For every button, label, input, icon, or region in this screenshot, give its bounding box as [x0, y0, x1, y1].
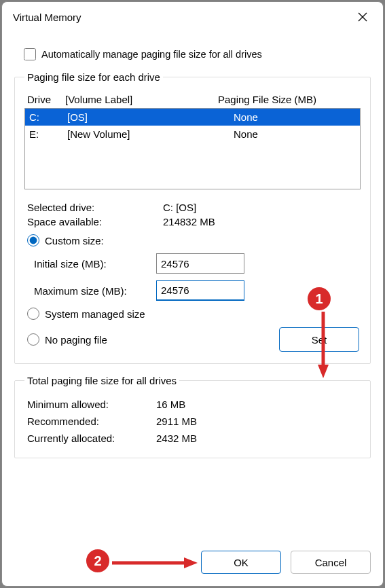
min-allowed-label: Minimum allowed: [27, 399, 156, 410]
auto-manage-checkbox[interactable] [24, 48, 36, 60]
total-paging-group: Total paging file size for all drives Mi… [14, 375, 371, 458]
currently-allocated-label: Currently allocated: [27, 433, 156, 444]
titlebar: Virtual Memory [2, 2, 383, 32]
drive-letter: E: [29, 128, 67, 140]
header-volume: [Volume Label] [65, 94, 218, 105]
paging-file-per-drive-group: Paging file size for each drive Drive [V… [14, 71, 371, 364]
drive-size: None [234, 111, 356, 123]
maximum-size-label: Maximum size (MB): [34, 285, 156, 297]
recommended-label: Recommended: [27, 416, 156, 427]
initial-size-input[interactable] [156, 253, 244, 274]
drive-list-header: Drive [Volume Label] Paging File Size (M… [27, 94, 361, 105]
ok-button[interactable]: OK [201, 551, 281, 574]
close-button[interactable] [349, 5, 376, 29]
group1-legend: Paging file size for each drive [24, 71, 163, 83]
virtual-memory-dialog: Virtual Memory Automatically manage pagi… [1, 1, 384, 587]
system-managed-label: System managed size [45, 308, 145, 320]
header-drive: Drive [27, 94, 65, 105]
no-paging-radio[interactable] [27, 333, 39, 346]
maximum-size-input[interactable] [156, 280, 244, 301]
selected-drive-value: C: [OS] [163, 202, 196, 213]
currently-allocated-value: 2432 MB [156, 433, 197, 444]
set-button[interactable]: Set [279, 327, 359, 352]
cancel-button[interactable]: Cancel [291, 551, 371, 574]
drive-row-e[interactable]: E: [New Volume] None [25, 126, 360, 143]
min-allowed-value: 16 MB [156, 399, 185, 410]
selected-drive-label: Selected drive: [27, 202, 163, 213]
custom-size-radio[interactable] [27, 234, 39, 246]
recommended-value: 2911 MB [156, 416, 197, 427]
auto-manage-label: Automatically manage paging file size fo… [41, 49, 262, 60]
annotation-callout-2: 2 [85, 548, 111, 574]
drive-list[interactable]: C: [OS] None E: [New Volume] None [24, 108, 361, 189]
initial-size-label: Initial size (MB): [34, 258, 156, 270]
drive-row-c[interactable]: C: [OS] None [25, 109, 360, 126]
annotation-callout-1: 1 [306, 286, 332, 312]
drive-volume: [OS] [67, 111, 234, 123]
custom-size-label: Custom size: [45, 235, 104, 246]
group2-legend: Total paging file size for all drives [24, 375, 179, 386]
drive-size: None [234, 128, 356, 140]
no-paging-label: No paging file [45, 334, 107, 346]
space-available-value: 214832 MB [163, 216, 215, 227]
drive-letter: C: [29, 111, 67, 123]
header-size: Paging File Size (MB) [218, 94, 361, 105]
drive-volume: [New Volume] [67, 128, 234, 140]
dialog-title: Virtual Memory [13, 12, 349, 23]
close-icon [358, 12, 367, 22]
annotation-arrow-2 [112, 556, 200, 572]
space-available-label: Space available: [27, 216, 163, 227]
system-managed-radio[interactable] [27, 308, 39, 320]
